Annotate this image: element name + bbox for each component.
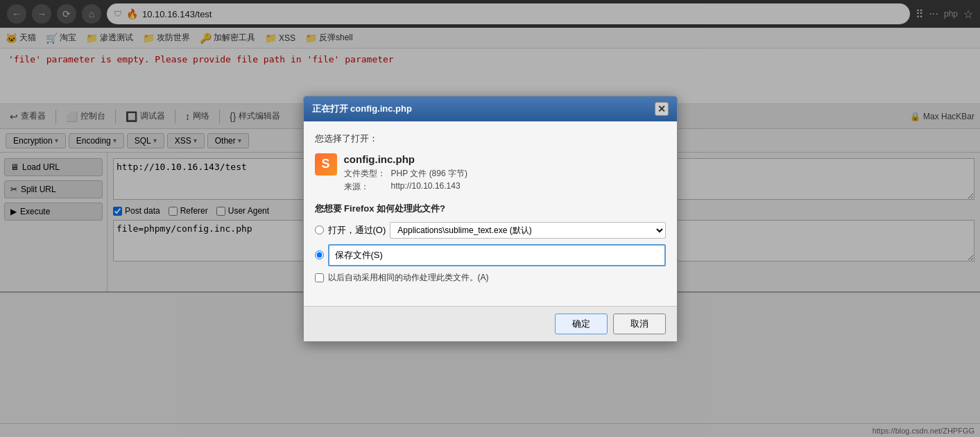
file-source-label: 来源：	[344, 181, 386, 193]
sublime-text-icon: S	[315, 153, 337, 175]
auto-action-checkbox-wrap: 以后自动采用相同的动作处理此类文件。(A)	[315, 272, 666, 284]
save-file-radio[interactable]	[315, 250, 324, 259]
dialog-titlebar: 正在打开 config.inc.php ✕	[304, 96, 677, 121]
file-meta: 文件类型： PHP 文件 (896 字节) 来源： http://10.10.1…	[344, 168, 467, 193]
file-name: config.inc.php	[344, 153, 467, 165]
app-select[interactable]: Applications\sublime_text.exe (默认)	[390, 222, 665, 239]
dialog-question: 您想要 Firefox 如何处理此文件?	[315, 203, 666, 215]
dialog-title: 正在打开 config.inc.php	[312, 103, 412, 115]
dialog-close-button[interactable]: ✕	[655, 102, 669, 116]
open-with-label[interactable]: 打开，通过(O)	[328, 224, 386, 237]
save-file-label[interactable]: 保存文件(S)	[335, 250, 383, 260]
open-with-option: 打开，通过(O) Applications\sublime_text.exe (…	[315, 222, 666, 239]
dialog-body: 您选择了打开： S config.inc.php 文件类型： PHP 文件 (8…	[304, 121, 677, 293]
file-details: config.inc.php 文件类型： PHP 文件 (896 字节) 来源：…	[344, 153, 467, 193]
file-source-value: http://10.10.16.143	[391, 181, 467, 193]
file-type-value: PHP 文件 (896 字节)	[391, 168, 467, 180]
file-type-label: 文件类型：	[344, 168, 386, 180]
save-file-option: 保存文件(S)	[315, 244, 666, 266]
auto-action-checkbox[interactable]	[315, 273, 324, 282]
dialog-overlay: 正在打开 config.inc.php ✕ 您选择了打开： S config.i…	[0, 0, 980, 293]
open-with-radio[interactable]	[315, 225, 324, 234]
auto-action-label[interactable]: 以后自动采用相同的动作处理此类文件。(A)	[328, 272, 489, 284]
file-open-dialog: 正在打开 config.inc.php ✕ 您选择了打开： S config.i…	[303, 96, 678, 293]
dialog-file-info: S config.inc.php 文件类型： PHP 文件 (896 字节) 来…	[315, 153, 666, 193]
dialog-subtitle: 您选择了打开：	[315, 132, 666, 145]
save-file-box: 保存文件(S)	[328, 244, 666, 266]
